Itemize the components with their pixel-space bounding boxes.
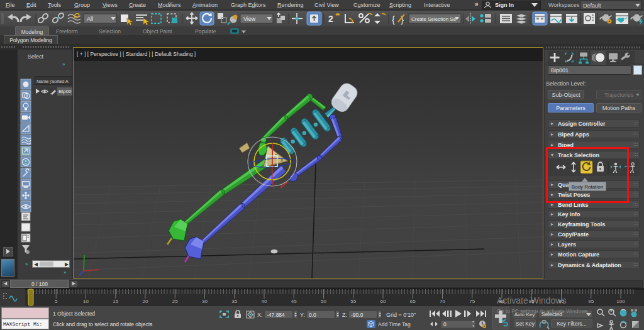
svg-text:25: 25 (172, 299, 178, 304)
svg-text:40: 40 (262, 299, 267, 304)
svg-text:65: 65 (410, 299, 416, 304)
svg-text:95: 95 (588, 299, 594, 304)
svg-text:20: 20 (143, 299, 148, 304)
svg-text:70: 70 (440, 299, 445, 304)
svg-text:30: 30 (202, 299, 208, 304)
svg-text:55: 55 (350, 299, 356, 304)
svg-text:5: 5 (55, 299, 58, 304)
svg-text:0: 0 (443, 321, 447, 327)
svg-text:View: View (243, 16, 256, 22)
svg-text:60: 60 (380, 299, 386, 304)
svg-text:45: 45 (291, 299, 297, 304)
svg-text:2: 2 (328, 14, 333, 24)
svg-text:15: 15 (113, 299, 118, 304)
svg-text:35: 35 (231, 299, 237, 304)
svg-text:{: { (392, 14, 395, 25)
svg-text:Create Selection Se: Create Selection Se (411, 16, 457, 22)
svg-text:50: 50 (321, 299, 326, 304)
svg-text:All: All (87, 16, 93, 22)
svg-text:75: 75 (469, 299, 475, 304)
svg-text:100: 100 (616, 299, 625, 304)
svg-text:10: 10 (83, 299, 89, 304)
